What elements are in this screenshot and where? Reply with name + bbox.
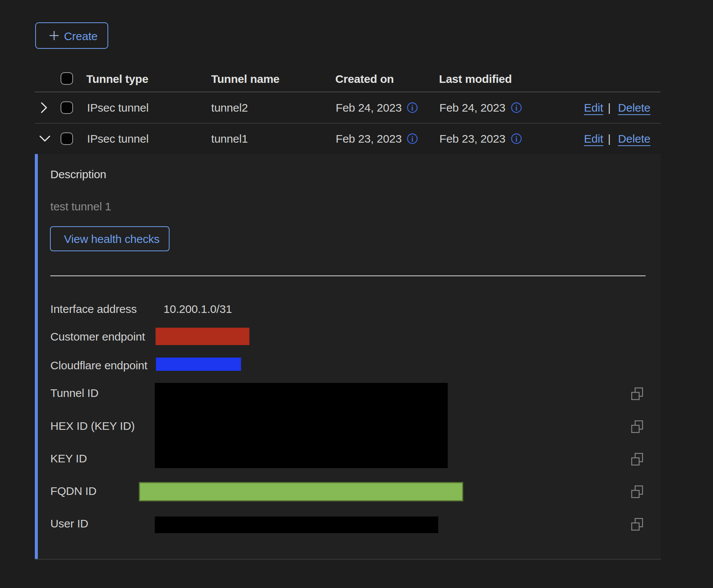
svg-text:i: i [515, 135, 518, 143]
svg-text:i: i [411, 135, 414, 143]
svg-text:i: i [515, 104, 518, 112]
svg-text:i: i [411, 104, 414, 112]
